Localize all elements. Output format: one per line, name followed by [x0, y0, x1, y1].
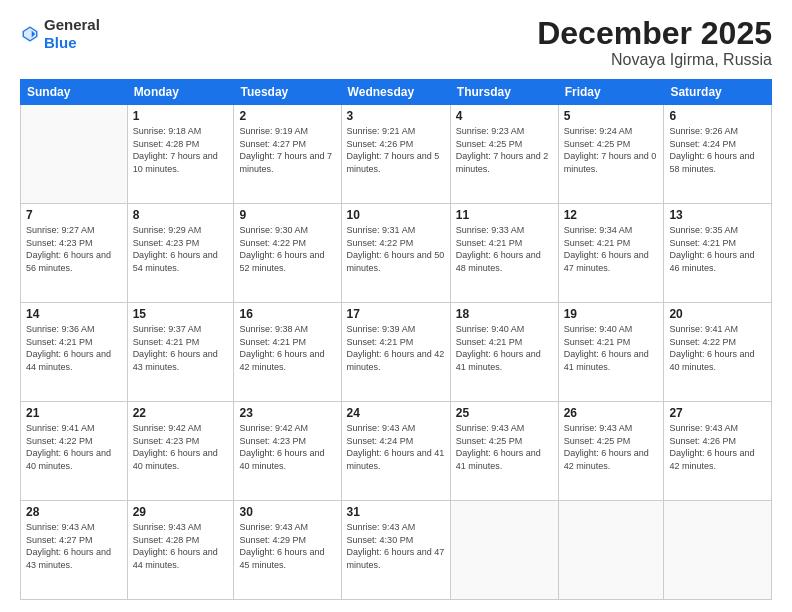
day-info: Sunrise: 9:42 AMSunset: 4:23 PMDaylight:…: [133, 423, 218, 471]
month-title: December 2025: [537, 16, 772, 51]
title-block: December 2025 Novaya Igirma, Russia: [537, 16, 772, 69]
calendar-header: SundayMondayTuesdayWednesdayThursdayFrid…: [21, 80, 772, 105]
logo-blue: Blue: [44, 34, 77, 51]
calendar-body: 1Sunrise: 9:18 AMSunset: 4:28 PMDaylight…: [21, 105, 772, 600]
calendar-cell: 1Sunrise: 9:18 AMSunset: 4:28 PMDaylight…: [127, 105, 234, 204]
calendar-cell: 28Sunrise: 9:43 AMSunset: 4:27 PMDayligh…: [21, 501, 128, 600]
day-info: Sunrise: 9:34 AMSunset: 4:21 PMDaylight:…: [564, 225, 649, 273]
week-row-4: 21Sunrise: 9:41 AMSunset: 4:22 PMDayligh…: [21, 402, 772, 501]
day-info: Sunrise: 9:43 AMSunset: 4:28 PMDaylight:…: [133, 522, 218, 570]
calendar-cell: 19Sunrise: 9:40 AMSunset: 4:21 PMDayligh…: [558, 303, 664, 402]
calendar-cell: 20Sunrise: 9:41 AMSunset: 4:22 PMDayligh…: [664, 303, 772, 402]
calendar-cell: 13Sunrise: 9:35 AMSunset: 4:21 PMDayligh…: [664, 204, 772, 303]
calendar-cell: 22Sunrise: 9:42 AMSunset: 4:23 PMDayligh…: [127, 402, 234, 501]
calendar-cell: 4Sunrise: 9:23 AMSunset: 4:25 PMDaylight…: [450, 105, 558, 204]
calendar-cell: 10Sunrise: 9:31 AMSunset: 4:22 PMDayligh…: [341, 204, 450, 303]
day-info: Sunrise: 9:40 AMSunset: 4:21 PMDaylight:…: [564, 324, 649, 372]
day-number: 9: [239, 208, 335, 222]
header: General Blue December 2025 Novaya Igirma…: [20, 16, 772, 69]
calendar-table: SundayMondayTuesdayWednesdayThursdayFrid…: [20, 79, 772, 600]
day-number: 16: [239, 307, 335, 321]
calendar-cell: 3Sunrise: 9:21 AMSunset: 4:26 PMDaylight…: [341, 105, 450, 204]
day-info: Sunrise: 9:37 AMSunset: 4:21 PMDaylight:…: [133, 324, 218, 372]
day-number: 28: [26, 505, 122, 519]
calendar-cell: 7Sunrise: 9:27 AMSunset: 4:23 PMDaylight…: [21, 204, 128, 303]
day-number: 31: [347, 505, 445, 519]
header-row: SundayMondayTuesdayWednesdayThursdayFrid…: [21, 80, 772, 105]
day-number: 25: [456, 406, 553, 420]
logo-icon: [20, 24, 40, 44]
day-info: Sunrise: 9:43 AMSunset: 4:25 PMDaylight:…: [456, 423, 541, 471]
week-row-3: 14Sunrise: 9:36 AMSunset: 4:21 PMDayligh…: [21, 303, 772, 402]
calendar-cell: 17Sunrise: 9:39 AMSunset: 4:21 PMDayligh…: [341, 303, 450, 402]
logo-general: General: [44, 16, 100, 33]
header-day-monday: Monday: [127, 80, 234, 105]
calendar-cell: 5Sunrise: 9:24 AMSunset: 4:25 PMDaylight…: [558, 105, 664, 204]
calendar-cell: [450, 501, 558, 600]
calendar-cell: 15Sunrise: 9:37 AMSunset: 4:21 PMDayligh…: [127, 303, 234, 402]
day-info: Sunrise: 9:43 AMSunset: 4:24 PMDaylight:…: [347, 423, 445, 471]
day-info: Sunrise: 9:35 AMSunset: 4:21 PMDaylight:…: [669, 225, 754, 273]
calendar-cell: [558, 501, 664, 600]
day-number: 23: [239, 406, 335, 420]
day-number: 14: [26, 307, 122, 321]
day-number: 13: [669, 208, 766, 222]
calendar-cell: 6Sunrise: 9:26 AMSunset: 4:24 PMDaylight…: [664, 105, 772, 204]
calendar-cell: 26Sunrise: 9:43 AMSunset: 4:25 PMDayligh…: [558, 402, 664, 501]
day-info: Sunrise: 9:29 AMSunset: 4:23 PMDaylight:…: [133, 225, 218, 273]
day-number: 11: [456, 208, 553, 222]
day-number: 5: [564, 109, 659, 123]
calendar-cell: 31Sunrise: 9:43 AMSunset: 4:30 PMDayligh…: [341, 501, 450, 600]
calendar-cell: 23Sunrise: 9:42 AMSunset: 4:23 PMDayligh…: [234, 402, 341, 501]
calendar-cell: 24Sunrise: 9:43 AMSunset: 4:24 PMDayligh…: [341, 402, 450, 501]
day-number: 10: [347, 208, 445, 222]
day-number: 1: [133, 109, 229, 123]
day-info: Sunrise: 9:41 AMSunset: 4:22 PMDaylight:…: [26, 423, 111, 471]
day-info: Sunrise: 9:26 AMSunset: 4:24 PMDaylight:…: [669, 126, 754, 174]
week-row-5: 28Sunrise: 9:43 AMSunset: 4:27 PMDayligh…: [21, 501, 772, 600]
day-number: 20: [669, 307, 766, 321]
day-info: Sunrise: 9:43 AMSunset: 4:29 PMDaylight:…: [239, 522, 324, 570]
day-info: Sunrise: 9:43 AMSunset: 4:25 PMDaylight:…: [564, 423, 649, 471]
calendar-cell: 11Sunrise: 9:33 AMSunset: 4:21 PMDayligh…: [450, 204, 558, 303]
header-day-thursday: Thursday: [450, 80, 558, 105]
day-number: 27: [669, 406, 766, 420]
day-info: Sunrise: 9:43 AMSunset: 4:30 PMDaylight:…: [347, 522, 445, 570]
day-info: Sunrise: 9:38 AMSunset: 4:21 PMDaylight:…: [239, 324, 324, 372]
day-number: 21: [26, 406, 122, 420]
day-number: 3: [347, 109, 445, 123]
calendar-cell: 25Sunrise: 9:43 AMSunset: 4:25 PMDayligh…: [450, 402, 558, 501]
logo: General Blue: [20, 16, 100, 52]
day-number: 6: [669, 109, 766, 123]
day-info: Sunrise: 9:24 AMSunset: 4:25 PMDaylight:…: [564, 126, 657, 174]
day-info: Sunrise: 9:33 AMSunset: 4:21 PMDaylight:…: [456, 225, 541, 273]
location: Novaya Igirma, Russia: [537, 51, 772, 69]
day-number: 2: [239, 109, 335, 123]
logo-text: General Blue: [44, 16, 100, 52]
page: General Blue December 2025 Novaya Igirma…: [0, 0, 792, 612]
calendar-cell: 8Sunrise: 9:29 AMSunset: 4:23 PMDaylight…: [127, 204, 234, 303]
calendar-cell: [21, 105, 128, 204]
day-number: 22: [133, 406, 229, 420]
day-info: Sunrise: 9:23 AMSunset: 4:25 PMDaylight:…: [456, 126, 549, 174]
day-number: 30: [239, 505, 335, 519]
calendar-cell: 27Sunrise: 9:43 AMSunset: 4:26 PMDayligh…: [664, 402, 772, 501]
day-number: 7: [26, 208, 122, 222]
day-number: 18: [456, 307, 553, 321]
day-info: Sunrise: 9:43 AMSunset: 4:26 PMDaylight:…: [669, 423, 754, 471]
calendar-cell: 9Sunrise: 9:30 AMSunset: 4:22 PMDaylight…: [234, 204, 341, 303]
header-day-tuesday: Tuesday: [234, 80, 341, 105]
header-day-friday: Friday: [558, 80, 664, 105]
day-info: Sunrise: 9:43 AMSunset: 4:27 PMDaylight:…: [26, 522, 111, 570]
day-info: Sunrise: 9:39 AMSunset: 4:21 PMDaylight:…: [347, 324, 445, 372]
day-number: 8: [133, 208, 229, 222]
day-number: 19: [564, 307, 659, 321]
day-number: 4: [456, 109, 553, 123]
week-row-2: 7Sunrise: 9:27 AMSunset: 4:23 PMDaylight…: [21, 204, 772, 303]
day-number: 24: [347, 406, 445, 420]
calendar-cell: 30Sunrise: 9:43 AMSunset: 4:29 PMDayligh…: [234, 501, 341, 600]
day-info: Sunrise: 9:36 AMSunset: 4:21 PMDaylight:…: [26, 324, 111, 372]
header-day-sunday: Sunday: [21, 80, 128, 105]
day-number: 15: [133, 307, 229, 321]
day-info: Sunrise: 9:40 AMSunset: 4:21 PMDaylight:…: [456, 324, 541, 372]
